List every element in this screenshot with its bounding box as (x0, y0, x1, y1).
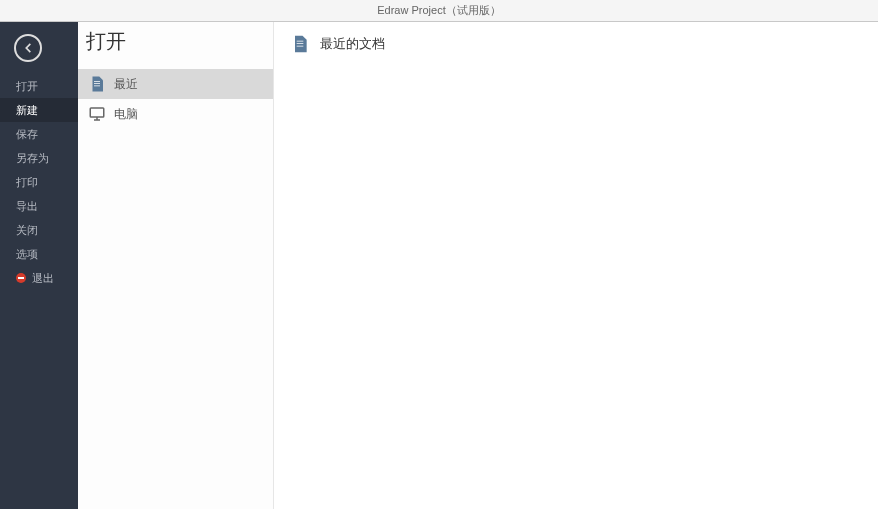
source-item-computer[interactable]: 电脑 (78, 99, 273, 129)
sidebar: 打开 新建 保存 另存为 打印 导出 关闭 选项 退出 (0, 22, 78, 509)
sidebar-item-label: 导出 (16, 199, 38, 214)
document-icon (88, 75, 106, 93)
document-icon (290, 34, 310, 54)
monitor-icon (88, 105, 106, 123)
sidebar-item-label: 保存 (16, 127, 38, 142)
sidebar-item-label: 打印 (16, 175, 38, 190)
title-bar: Edraw Project（试用版） (0, 0, 878, 22)
exit-icon (16, 273, 26, 283)
app-title: Edraw Project（试用版） (377, 3, 500, 18)
content-heading: 最近的文档 (320, 35, 385, 53)
sidebar-item-new[interactable]: 新建 (0, 98, 78, 122)
source-panel: 打开 最近 电脑 (78, 22, 274, 509)
sidebar-item-print[interactable]: 打印 (0, 170, 78, 194)
source-item-label: 最近 (114, 76, 138, 93)
sidebar-item-label: 打开 (16, 79, 38, 94)
page-title: 打开 (78, 26, 273, 69)
content-panel: 最近的文档 (274, 22, 878, 509)
back-arrow-icon (21, 41, 35, 55)
back-button[interactable] (14, 34, 42, 62)
sidebar-item-label: 关闭 (16, 223, 38, 238)
sidebar-item-open[interactable]: 打开 (0, 74, 78, 98)
source-item-label: 电脑 (114, 106, 138, 123)
content-header: 最近的文档 (290, 34, 862, 54)
sidebar-item-exit[interactable]: 退出 (0, 266, 78, 290)
sidebar-item-close[interactable]: 关闭 (0, 218, 78, 242)
source-item-recent[interactable]: 最近 (78, 69, 273, 99)
sidebar-item-label: 退出 (32, 271, 54, 286)
svg-rect-0 (90, 108, 104, 117)
sidebar-item-export[interactable]: 导出 (0, 194, 78, 218)
sidebar-item-options[interactable]: 选项 (0, 242, 78, 266)
sidebar-item-saveas[interactable]: 另存为 (0, 146, 78, 170)
sidebar-item-label: 选项 (16, 247, 38, 262)
main-container: 打开 新建 保存 另存为 打印 导出 关闭 选项 退出 打开 (0, 22, 878, 509)
sidebar-item-label: 另存为 (16, 151, 49, 166)
sidebar-item-save[interactable]: 保存 (0, 122, 78, 146)
sidebar-item-label: 新建 (16, 103, 38, 118)
